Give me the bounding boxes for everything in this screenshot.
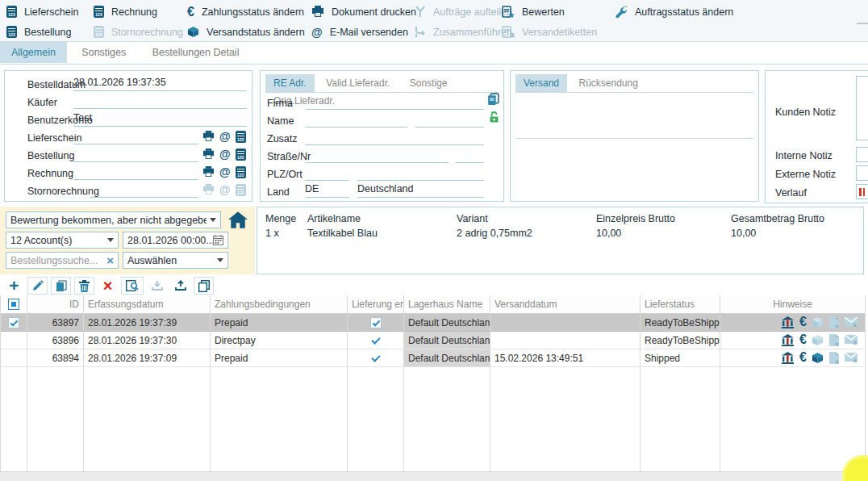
col-zahlungsbedingungen[interactable]: Zahlungsbedingungen	[211, 295, 348, 314]
tab-ruecksendung[interactable]: Rücksendung	[571, 74, 646, 92]
toolbar-zahlungsstatus[interactable]: Zahlungsstatus ändern	[187, 3, 305, 20]
home-button[interactable]	[228, 211, 248, 228]
col-lagerhaus-name[interactable]: Lagerhaus Name	[404, 295, 490, 314]
toolbar-versandstatus[interactable]: Versandstatus ändern	[187, 23, 305, 40]
lieferschein-field[interactable]	[73, 130, 198, 144]
cube-shipping-icon-inactive	[812, 334, 824, 346]
name-field-1[interactable]	[305, 113, 407, 128]
kunden-notiz-textarea[interactable]	[856, 76, 868, 140]
benutzerkonto-field[interactable]: Test	[73, 112, 247, 127]
copy-button[interactable]	[51, 277, 71, 295]
col-id[interactable]: ID	[27, 295, 84, 314]
verlauf-alert-mark	[859, 188, 862, 196]
land-code-field[interactable]: DE	[305, 183, 349, 198]
article-einzelpreis: 10,00	[596, 228, 621, 239]
address-panel: RE Adr. Valid.Lieferadr. Sonstige Orig.L…	[260, 70, 504, 202]
document-123-icon[interactable]	[236, 131, 246, 143]
order-search-input[interactable]: Bestellungssuche... ×	[6, 252, 119, 269]
horizontal-scrollbar[interactable]	[0, 471, 868, 481]
plz-field[interactable]	[305, 166, 349, 181]
document-123-icon[interactable]	[236, 166, 246, 178]
hausnr-field[interactable]	[456, 148, 484, 163]
table-row[interactable]: 63894 28.01.2026 19:37:09 Prepaid Defaul…	[1, 349, 866, 367]
plz-label: PLZ/Ort	[267, 169, 303, 180]
externe-notiz-field[interactable]	[856, 165, 868, 181]
col-lieferstatus[interactable]: Lieferstatus	[641, 295, 720, 314]
interne-notiz-field[interactable]	[856, 147, 868, 162]
toolbar-auftragsstatus[interactable]: Auftragsstatus ändern	[615, 3, 733, 20]
cube-icon	[187, 26, 199, 38]
add-button[interactable]: +	[4, 277, 24, 295]
stornorechnung-field[interactable]	[90, 183, 198, 198]
duplicate-sheet-button[interactable]	[194, 277, 214, 295]
auswahl-select[interactable]: Auswählen	[123, 252, 228, 269]
row-checkbox-checked[interactable]	[8, 317, 19, 328]
tab-re-adr[interactable]: RE Adr.	[265, 74, 315, 92]
col-erfassungsdatum[interactable]: Erfassungsdatum	[84, 295, 211, 314]
delete-button[interactable]	[74, 277, 94, 295]
tab-versand[interactable]: Versand	[515, 74, 567, 92]
tab-bestellungen-detail[interactable]: Bestellungen Detail	[141, 42, 251, 63]
table-row[interactable]: 63897 28.01.2026 19:37:39 Prepaid Defaul…	[1, 314, 866, 332]
clear-search-icon[interactable]: ×	[106, 253, 114, 267]
col-lieferung-erforderlich[interactable]: Lieferung erforderli...	[348, 295, 404, 314]
firma-field[interactable]	[305, 95, 484, 110]
table-row[interactable]: 63896 28.01.2026 19:37:30 Directpay Defa…	[1, 332, 866, 349]
rechnung-label: Rechnung	[27, 168, 73, 179]
edit-button[interactable]	[27, 277, 48, 295]
row-select-cell[interactable]	[1, 349, 27, 367]
tab-sonstiges[interactable]: Sonstiges	[70, 42, 137, 63]
row-select-cell[interactable]	[1, 314, 27, 332]
mail-star-icon-inactive	[845, 317, 858, 328]
cell-erfassungsdatum: 28.01.2026 19:37:39	[84, 314, 211, 332]
row-select-cell[interactable]	[1, 332, 27, 349]
toolbar-dokument-drucken[interactable]: Dokument drucken	[311, 3, 416, 20]
toolbar-rechnung[interactable]: Rechnung	[94, 3, 183, 20]
print-icon[interactable]	[202, 166, 215, 178]
name-field-2[interactable]	[415, 113, 484, 128]
tab-allgemein[interactable]: Allgemein	[0, 42, 67, 63]
kaeufer-label: Käufer	[27, 97, 57, 108]
verlauf-field[interactable]	[856, 184, 868, 199]
tab-sonstige[interactable]: Sonstige	[402, 74, 456, 92]
bewertung-filter-select[interactable]: Bewertung bekommen, aber nicht abgegeben	[6, 211, 221, 228]
select-all-checkbox[interactable]	[8, 299, 19, 310]
date-filter-field[interactable]: 28.01.2026 00:00...	[123, 232, 228, 249]
shipping-panel: Versand Rücksendung	[510, 70, 759, 202]
email-icon[interactable]	[219, 148, 231, 161]
rechnung-field[interactable]	[73, 165, 198, 180]
strasse-field[interactable]	[305, 148, 449, 163]
toolbar-bestellung[interactable]: Bestellung	[6, 23, 78, 40]
col-hinweise[interactable]: Hinweise	[720, 295, 866, 314]
email-icon[interactable]	[219, 130, 231, 143]
toolbar-bewerten[interactable]: Bewerten	[502, 3, 597, 20]
accounts-filter-select[interactable]: 12 Account(s)	[6, 232, 119, 249]
print-icon[interactable]	[202, 131, 215, 142]
bestellung-field[interactable]	[73, 148, 198, 162]
select-all-cell[interactable]	[1, 295, 27, 314]
cell-zahlungsbedingungen: Directpay	[211, 332, 348, 349]
cancel-button[interactable]: ×	[98, 277, 118, 295]
bestelldatum-field[interactable]: 28.01.2026 19:37:35	[73, 77, 247, 91]
cell-lieferstatus: ReadyToBeShipped	[641, 332, 720, 349]
article-list-panel: Menge Artikelname Variant Einzelpreis Br…	[257, 207, 864, 274]
preview-search-button[interactable]	[121, 277, 144, 295]
toolbar-lieferschein[interactable]: Lieferschein	[6, 3, 78, 20]
toolbar-email-versenden[interactable]: E-Mail versenden	[311, 23, 416, 40]
kaeufer-field[interactable]	[73, 94, 247, 109]
ort-field[interactable]	[357, 166, 484, 181]
cell-versanddatum	[490, 332, 641, 349]
copy-address-icon[interactable]	[487, 93, 499, 106]
unlock-address-icon[interactable]	[489, 111, 499, 123]
order-form-panel: Bestelldatum 28.01.2026 19:37:35 Käufer …	[4, 70, 252, 202]
document-123-icon[interactable]	[236, 148, 246, 161]
firma-label: Firma	[267, 98, 293, 109]
email-icon[interactable]	[219, 165, 231, 178]
export-button[interactable]	[170, 277, 190, 295]
document-123-icon	[94, 6, 104, 18]
col-versanddatum[interactable]: Versanddatum	[490, 295, 641, 314]
print-icon[interactable]	[202, 148, 215, 160]
land-name-field[interactable]: Deutschland	[357, 183, 484, 198]
tab-valid-lieferadr[interactable]: Valid.Lieferadr.	[318, 74, 398, 92]
zusatz-field[interactable]	[305, 131, 484, 145]
